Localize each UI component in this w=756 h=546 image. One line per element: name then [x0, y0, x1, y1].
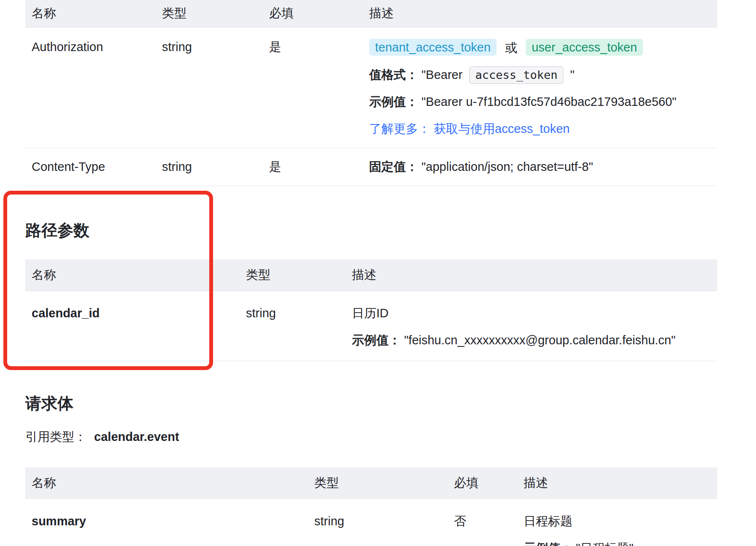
param-desc-calendar-id: 日历ID 示例值： "feishu.cn_xxxxxxxxxx@group.ca… [346, 300, 717, 354]
field-desc-text: 日程标题 [524, 508, 717, 535]
header-name-content-type: Content-Type [25, 153, 156, 180]
example-value-label: 示例值： [369, 95, 418, 108]
column-header-name: 名称 [25, 5, 156, 22]
example-value-label: 示例值： [524, 541, 572, 546]
request-headers-table-header: 名称 类型 必填 描述 [25, 0, 717, 27]
column-header-desc: 描述 [363, 5, 717, 22]
column-header-name: 名称 [25, 475, 308, 492]
value-format-pre: "Bearer [421, 68, 462, 81]
fixed-value-label: 固定值： [369, 160, 418, 173]
field-required: 否 [448, 508, 517, 535]
value-format-label: 值格式： [369, 68, 418, 81]
request-headers-table: 名称 类型 必填 描述 Authorization string 是 tenan… [25, 0, 717, 186]
or-separator: 或 [505, 34, 517, 61]
param-desc-text: 日历ID [352, 300, 717, 327]
request-body-heading: 请求体 [25, 393, 717, 414]
example-value-text: "feishu.cn_xxxxxxxxxx@group.calendar.fei… [404, 333, 675, 347]
header-type: string [156, 153, 263, 180]
example-value-label: 示例值： [352, 333, 401, 347]
access-token-code-chip: access_token [469, 66, 563, 84]
header-desc-content-type: 固定值： "application/json; charset=utf-8" [363, 153, 717, 180]
field-type: string [308, 508, 448, 535]
header-type: string [156, 33, 263, 60]
doc-content: 名称 类型 必填 描述 Authorization string 是 tenan… [25, 0, 717, 546]
header-name-authorization: Authorization [25, 33, 156, 60]
value-format-post: " [570, 68, 575, 81]
example-value-line: 示例值： "feishu.cn_xxxxxxxxxx@group.calenda… [352, 327, 717, 354]
reference-type-label: 引用类型： [25, 430, 86, 443]
example-value-line: 示例值： "Bearer u-7f1bcd13fc57d46bac21793a1… [369, 88, 717, 115]
path-params-table-header: 名称 类型 描述 [25, 259, 717, 291]
example-value-line: 示例值： "日程标题" [524, 535, 717, 546]
reference-type-line: 引用类型： calendar.event [25, 427, 717, 447]
param-name-calendar-id: calendar_id [25, 300, 240, 327]
column-header-desc: 描述 [346, 267, 717, 284]
learn-more-line: 了解更多： 获取与使用access_token [369, 115, 717, 142]
token-badges-line: tenant_access_token 或 user_access_token [369, 33, 717, 61]
example-value-text: "Bearer u-7f1bcd13fc57d46bac21793a18e560… [421, 95, 676, 108]
learn-more-label[interactable]: 了解更多： [369, 122, 430, 135]
field-name-summary: summary [25, 508, 308, 535]
value-format-line: 值格式： "Bearer access_token " [369, 61, 717, 88]
field-desc-summary: 日程标题 示例值： "日程标题" [517, 508, 717, 546]
header-desc-authorization: tenant_access_token 或 user_access_token … [363, 33, 717, 142]
access-token-doc-link[interactable]: 获取与使用access_token [434, 122, 570, 135]
column-header-type: 类型 [156, 5, 263, 22]
api-doc-page: 名称 类型 必填 描述 Authorization string 是 tenan… [0, 0, 756, 546]
tenant-access-token-badge[interactable]: tenant_access_token [369, 39, 497, 56]
param-type: string [240, 300, 346, 327]
example-value-text: "日程标题" [576, 541, 634, 546]
table-row-summary: summary string 否 日程标题 示例值： "日程标题" [25, 499, 717, 546]
table-row-content-type: Content-Type string 是 固定值： "application/… [25, 148, 717, 186]
table-row-authorization: Authorization string 是 tenant_access_tok… [25, 27, 717, 148]
user-access-token-badge[interactable]: user_access_token [526, 39, 643, 56]
reference-type-value: calendar.event [94, 430, 179, 443]
header-required: 是 [263, 33, 363, 60]
header-required: 是 [263, 153, 363, 180]
column-header-required: 必填 [263, 5, 363, 22]
request-body-table: 名称 类型 必填 描述 summary string 否 日程标题 示例值： "… [25, 468, 717, 546]
path-params-heading: 路径参数 [25, 220, 717, 241]
fixed-value-text: "application/json; charset=utf-8" [421, 160, 593, 173]
path-params-table: 名称 类型 描述 calendar_id string 日历ID 示例值： "f… [25, 259, 717, 361]
column-header-desc: 描述 [517, 475, 717, 492]
column-header-type: 类型 [240, 267, 346, 284]
column-header-type: 类型 [308, 475, 448, 492]
column-header-required: 必填 [448, 475, 517, 492]
fixed-value-line: 固定值： "application/json; charset=utf-8" [369, 153, 717, 180]
table-row-calendar-id: calendar_id string 日历ID 示例值： "feishu.cn_… [25, 291, 717, 361]
column-header-name: 名称 [25, 267, 240, 284]
request-body-table-header: 名称 类型 必填 描述 [25, 468, 717, 499]
